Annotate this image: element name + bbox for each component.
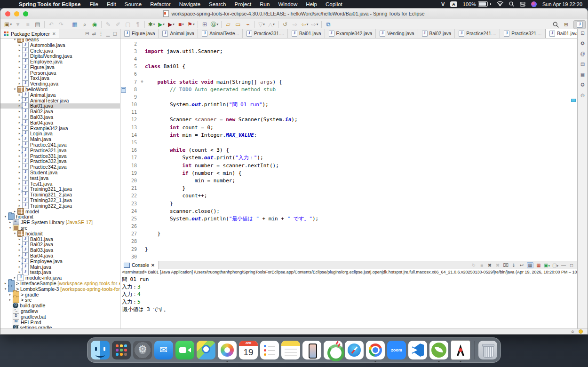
collapsed-arrow-icon[interactable]: ▸	[17, 154, 22, 158]
dock-launchpad-icon[interactable]	[112, 341, 131, 359]
menu-navigate[interactable]: Navigate	[175, 1, 205, 7]
collapsed-arrow-icon[interactable]: ▸	[17, 115, 22, 119]
collapse-all-icon[interactable]: ⊟	[85, 31, 89, 36]
word-wrap-icon[interactable]: ↩	[519, 263, 524, 268]
forward-icon[interactable]: ⇨▾	[310, 20, 319, 29]
close-view-icon[interactable]: ✕	[52, 31, 56, 36]
dock-chrome-icon[interactable]	[366, 341, 385, 359]
view-menu-icon[interactable]: ⋮	[99, 31, 103, 36]
dock-finder-icon[interactable]	[91, 341, 110, 359]
console-output[interactable]: 問 01 run入力：3入力：4入力：5最小値は 3 です。	[120, 275, 577, 329]
tree-item[interactable]: ▸model	[0, 209, 120, 214]
remove-all-launches-icon[interactable]: ✖	[495, 263, 501, 268]
expanded-arrow-icon[interactable]: ▾	[3, 287, 8, 291]
tree-item[interactable]: ▸AnimalTester.java	[0, 98, 120, 103]
link-with-editor-icon[interactable]: ⇄	[92, 31, 95, 36]
tree-item[interactable]: ▸Test1.java	[0, 181, 120, 187]
collapsed-arrow-icon[interactable]: ▸	[17, 99, 22, 102]
dropdown-arrow-icon[interactable]: ▾	[273, 20, 275, 29]
menu-edit[interactable]: Edit	[103, 1, 120, 7]
collapsed-arrow-icon[interactable]: ▸	[17, 237, 22, 241]
editor-tab-animalteste[interactable]: AnimalTeste...	[198, 29, 243, 38]
console-tab[interactable]: Console ✕	[120, 261, 159, 269]
dock-spring-tools-icon[interactable]	[429, 341, 448, 359]
collapsed-arrow-icon[interactable]: ▸	[17, 132, 22, 135]
battery-icon[interactable]: 100%	[463, 1, 491, 7]
collapsed-arrow-icon[interactable]: ▸	[17, 143, 22, 147]
collapsed-arrow-icon[interactable]: ▸	[17, 171, 22, 174]
collapsed-arrow-icon[interactable]: ▸	[17, 204, 22, 208]
editor-tab-practice331[interactable]: Practice331....	[243, 29, 288, 38]
plugin-search-icon[interactable]: ⌁	[243, 20, 253, 29]
tree-item[interactable]: ▾beans	[0, 39, 120, 42]
dropdown-arrow-icon[interactable]: ▾	[548, 264, 550, 267]
dropdown-arrow-icon[interactable]: ▾	[556, 264, 558, 267]
menu-project[interactable]: Project	[230, 1, 256, 7]
collapsed-arrow-icon[interactable]: ▸	[17, 65, 22, 69]
collapsed-arrow-icon[interactable]: ▸	[17, 126, 22, 130]
collapsed-arrow-icon[interactable]: ▸	[17, 82, 22, 86]
tree-item[interactable]: ▸Bai01.java	[0, 103, 120, 109]
dock-trash-icon[interactable]	[478, 341, 497, 359]
back-icon[interactable]: ⇦▾	[300, 20, 310, 29]
open-terminal-icon[interactable]: ▦	[70, 20, 79, 29]
collapsed-arrow-icon[interactable]: ▸	[17, 93, 22, 97]
package-explorer-tree[interactable]: ▾beans▸Automobile.java▸Circle.java▸Digit…	[0, 39, 120, 329]
minimize-view-icon[interactable]: ▁	[106, 31, 110, 36]
close-console-icon[interactable]: ✕	[151, 263, 155, 268]
new-gradle-icon[interactable]: Ⓖ▾	[210, 20, 219, 29]
package-explorer-tab[interactable]: Package Explorer ✕	[0, 29, 59, 38]
dock-zoom-icon[interactable]: zoom	[387, 341, 406, 359]
menubar-clock[interactable]: Sun Apr 19 22:20	[542, 1, 582, 7]
tree-item[interactable]: ▸Automobile.java	[0, 42, 120, 48]
collapsed-arrow-icon[interactable]: ▸	[17, 109, 22, 113]
maximize-console-icon[interactable]: □	[569, 263, 574, 268]
menu-help[interactable]: Help	[302, 1, 321, 7]
wifi-icon[interactable]	[497, 1, 503, 7]
collapsed-arrow-icon[interactable]: ▸	[17, 198, 22, 202]
collapsed-arrow-icon[interactable]: ▸	[17, 48, 22, 52]
control-center-icon[interactable]	[520, 2, 525, 7]
editor-tab-practice321[interactable]: Practice321....	[500, 29, 545, 38]
tree-item[interactable]: ▸Bai04.java	[0, 253, 120, 258]
tree-item[interactable]: ▾> LombokSample-3 [workspace-spring-tool…	[0, 286, 120, 292]
clear-console-icon[interactable]: ⌧	[503, 263, 509, 268]
collapsed-arrow-icon[interactable]: ▸	[17, 60, 22, 63]
dock-java-duke-icon[interactable]	[451, 340, 470, 360]
tree-item[interactable]: ▸Figure.java	[0, 64, 120, 70]
tree-item[interactable]: ▸Employee.java	[0, 59, 120, 64]
open-type-icon[interactable]: ▱	[223, 20, 233, 29]
tree-item[interactable]: ▸Login.java	[0, 131, 120, 137]
collapsed-arrow-icon[interactable]: ▸	[17, 104, 22, 108]
code-editor[interactable]: 23import java.util.Scanner;45class Bai01…	[120, 39, 577, 261]
dock-facetime-icon[interactable]	[175, 341, 194, 359]
collapsed-arrow-icon[interactable]: ▸	[17, 248, 22, 252]
dock-notes-icon[interactable]	[281, 341, 300, 359]
tree-item[interactable]: ▸Training322_2.java	[0, 203, 120, 209]
javadoc-icon[interactable]: @	[580, 51, 586, 57]
collapsed-arrow-icon[interactable]: ▸	[8, 220, 12, 224]
stop-icon[interactable]: ■▾	[176, 20, 186, 29]
restore-views-icon[interactable]: ⊡	[580, 30, 586, 36]
dropdown-arrow-icon[interactable]: ▾	[307, 20, 309, 29]
open-console-icon[interactable]: ▣▾	[544, 263, 550, 268]
tree-item[interactable]: ▸Practice241.java	[0, 142, 120, 148]
tree-item[interactable]: ▸Main.java	[0, 136, 120, 142]
menu-run[interactable]: Run	[255, 1, 274, 7]
app-menu[interactable]: Spring Tools for Eclipse	[14, 1, 85, 7]
siri-icon[interactable]	[531, 1, 537, 7]
declaration-icon[interactable]: ▤	[580, 61, 586, 67]
dock-calendar-icon[interactable]: APR19	[239, 341, 258, 359]
collapsed-arrow-icon[interactable]: ▸	[13, 210, 17, 213]
boot-dashboard-icon[interactable]: ◉	[90, 20, 99, 29]
display-console-icon[interactable]: ▢▾	[552, 263, 558, 268]
tree-item[interactable]: ▸Training321_1.java	[0, 187, 120, 192]
tree-item[interactable]: ▸Student.java	[0, 170, 120, 175]
tree-item[interactable]: ▾hoidanit	[0, 231, 120, 236]
editor-tab-example342java[interactable]: Example342.java	[325, 29, 376, 38]
maximize-view-icon[interactable]: ▢	[113, 31, 117, 36]
dropdown-arrow-icon[interactable]: ▾	[163, 20, 165, 29]
tree-item[interactable]: HELP.md	[0, 320, 120, 325]
tree-item[interactable]: ▸test.java	[0, 175, 120, 181]
servers-icon[interactable]: ▦	[580, 71, 586, 78]
